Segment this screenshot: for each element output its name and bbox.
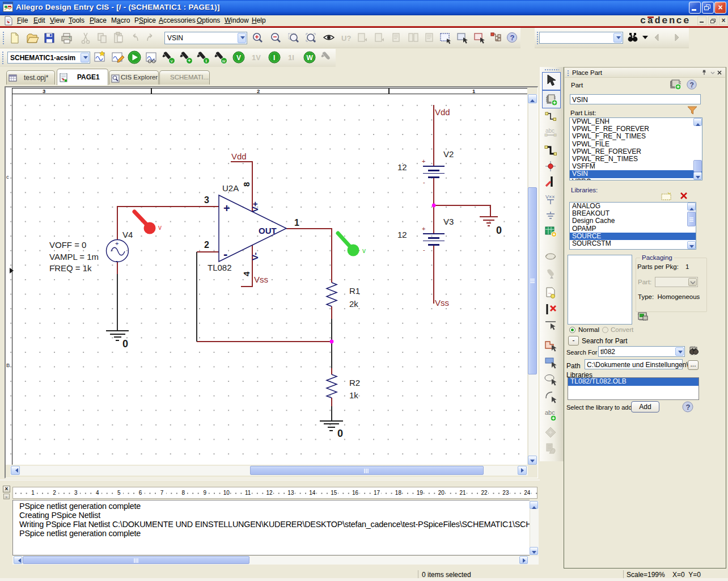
svg-text:12: 12	[397, 230, 407, 239]
svg-text:Vdd: Vdd	[435, 107, 450, 117]
svg-text:V: V	[236, 54, 241, 62]
svg-text:FREQ = 1k: FREQ = 1k	[49, 263, 92, 273]
svg-text:VOFF = 0: VOFF = 0	[49, 240, 86, 250]
svg-text:1k: 1k	[349, 390, 358, 400]
svg-text:3: 3	[43, 88, 45, 94]
svg-text:I: I	[273, 54, 275, 62]
svg-text:c: c	[6, 174, 9, 180]
svg-text:TL082: TL082	[208, 263, 232, 272]
svg-text:0: 0	[122, 338, 128, 350]
svg-text:0: 0	[496, 225, 502, 236]
svg-text:W: W	[307, 54, 314, 62]
svg-text:V××: V××	[545, 194, 555, 200]
svg-text:V3: V3	[443, 217, 454, 226]
svg-text:+: +	[422, 158, 425, 165]
svg-text:U?: U?	[341, 34, 351, 43]
svg-text:8: 8	[242, 182, 251, 187]
svg-text:2: 2	[204, 240, 209, 250]
svg-text:Vss: Vss	[435, 298, 449, 308]
svg-text:1: 1	[294, 218, 299, 228]
svg-text:Vss: Vss	[254, 275, 268, 284]
svg-text:12: 12	[397, 162, 407, 172]
svg-text:R1: R1	[349, 286, 360, 296]
svg-text:4: 4	[242, 271, 251, 276]
svg-text:0: 0	[337, 428, 343, 439]
svg-text:+: +	[115, 240, 118, 247]
svg-text:V-: V-	[250, 252, 260, 260]
svg-text:I: I	[206, 58, 207, 64]
svg-text:2k: 2k	[349, 299, 358, 309]
svg-text:-: -	[116, 257, 118, 264]
svg-text:V2: V2	[443, 149, 454, 159]
svg-text:OUT: OUT	[259, 226, 277, 235]
svg-text:3: 3	[204, 195, 209, 205]
svg-text:?: ?	[510, 33, 515, 42]
svg-text:V4: V4	[122, 230, 133, 239]
svg-text:2: 2	[257, 88, 260, 94]
svg-text:-: -	[223, 247, 227, 261]
svg-text:U2A: U2A	[222, 183, 239, 193]
svg-text:v: v	[362, 247, 366, 255]
svg-text:Vdd: Vdd	[231, 151, 247, 161]
svg-text:1V: 1V	[252, 53, 261, 62]
svg-text:?: ?	[686, 403, 691, 411]
svg-text:+: +	[223, 202, 230, 214]
svg-text:?: ?	[690, 81, 694, 89]
svg-text:abc: abc	[545, 409, 555, 416]
svg-text:-: -	[423, 246, 425, 253]
svg-text:+: +	[422, 225, 425, 232]
svg-text:v: v	[158, 224, 162, 231]
svg-text:V+: V+	[250, 201, 260, 212]
svg-text:B: B	[6, 362, 10, 368]
svg-text:abc: abc	[545, 128, 555, 134]
svg-text:-: -	[423, 179, 425, 186]
svg-text:1: 1	[472, 88, 476, 94]
svg-text:R2: R2	[349, 378, 360, 388]
svg-text:+: +	[188, 58, 191, 64]
svg-text:VAMPL = 1m: VAMPL = 1m	[49, 252, 99, 262]
svg-text:w: w	[222, 58, 226, 64]
svg-text:v: v	[171, 58, 173, 64]
svg-text:1I: 1I	[288, 53, 294, 62]
